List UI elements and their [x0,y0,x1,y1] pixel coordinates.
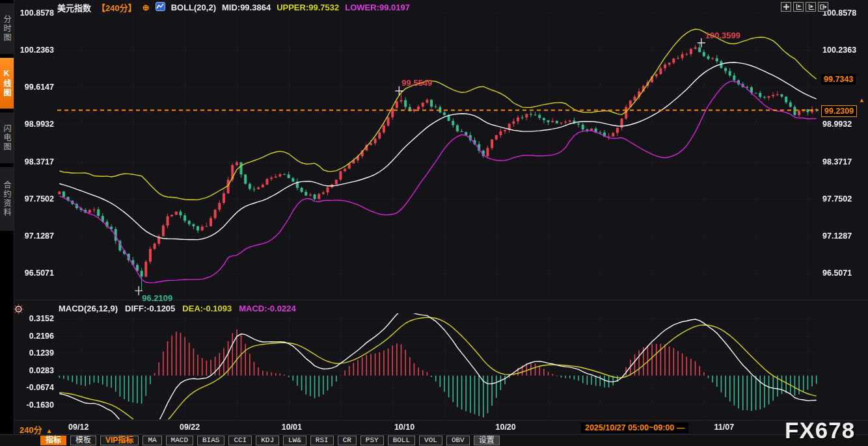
x-axis-date: 11/07 [714,423,735,432]
macd-y-axis-label: 0.2196 [16,332,54,341]
symbol-title: 美元指数 [57,1,91,14]
toolbar-button-macd[interactable]: MACD [166,436,193,445]
main-y-axis-label: 99.6147 [16,83,54,92]
main-right-axis-label: 98.3717 [822,157,852,166]
x-axis-date: 10/10 [394,423,414,432]
price-annotation: 96.2109 [142,293,172,303]
price-up-arrow-icon: ▲ [859,97,865,103]
macd-dea-value: DEA:-0.1093 [182,304,232,313]
boll-mid-value: MID:99.3864 [222,3,271,12]
window-controls [781,2,828,12]
toolbar-button-kdj[interactable]: KDJ [256,436,279,445]
chart-canvas[interactable] [0,0,868,446]
watermark: FX678 [785,417,855,443]
boll-lower-value: LOWER:99.0197 [345,3,410,12]
main-right-axis-label: 97.7502 [822,194,852,203]
main-right-axis-label: 97.1287 [822,231,852,241]
main-y-axis-label: 98.9932 [16,120,54,129]
period-tag: 【240分】 [97,1,137,14]
macd-macd-value: MACD:-0.0224 [239,304,295,313]
date-tooltip: 2025/10/27 05:00~09:00 — [581,423,688,433]
macd-y-axis-label: -0.0674 [16,383,54,392]
price-annotation: 99.5549 [401,78,432,88]
macd-y-axis-label: 0.1239 [16,348,54,358]
toolbar-button-ma[interactable]: MA [142,436,161,445]
toolbar-button-indicator[interactable]: 指标 [40,436,66,445]
trading-terminal: { "header": { "symbol": "美元指数", "period_… [0,0,868,446]
main-right-axis-label: 96.5071 [822,269,852,278]
macd-header: MACD(26,12,9) DIFF:-0.1205 DEA:-0.1093 M… [59,304,296,313]
main-y-axis-label: 98.3717 [16,157,54,166]
sidebar: 分时图K线图闪电图合约资料 [0,0,14,434]
toolbar-button-vip-indicator[interactable]: VIP指标 [100,436,139,445]
exit-chart-icon[interactable] [818,2,828,12]
axis-play-right-icon[interactable] [806,2,816,12]
axis-pan-left-icon[interactable] [793,2,804,12]
boll-label: BOLL(20,2) [171,3,216,12]
x-axis-date: 10/20 [495,423,515,432]
current-price-tag: 99.2309 [821,105,857,117]
price-annotation: 100.3599 [705,31,740,40]
toolbar-button-settings[interactable]: 设置 [474,436,500,445]
upper-band-price-tag: 99.7343 [821,74,856,85]
main-y-axis-label: 97.1287 [16,231,54,241]
move-tool-icon[interactable] [781,2,791,12]
x-axis-date: 09/12 [68,423,88,432]
toolbar-button-boll[interactable]: BOLL [388,436,415,445]
boll-upper-value: UPPER:99.7532 [277,3,339,12]
kline-settings-icon[interactable] [156,2,165,13]
indicator-toolbar: 指标模板VIP指标MAMACDBIASCCIKDJLW&RSICRPSYBOLL… [0,434,868,446]
macd-name: MACD(26,12,9) [59,304,118,313]
toolbar-button-cci[interactable]: CCI [228,436,252,445]
toolbar-button-cr[interactable]: CR [338,436,357,445]
sidebar-tab-flash-chart[interactable]: 闪电图 [0,112,14,163]
toolbar-button-lwr[interactable]: LW& [283,436,306,445]
x-axis-date: 09/22 [180,423,200,432]
period-arrow-icon: ▲ [46,427,53,434]
x-axis-date: 10/01 [282,423,302,432]
toolbar-button-psy[interactable]: PSY [360,436,384,445]
main-right-axis-label: 98.9932 [822,120,852,129]
main-y-axis-label: 100.8578 [16,8,54,18]
add-indicator-icon[interactable]: ⊕ [142,3,150,12]
toolbar-button-rsi[interactable]: RSI [310,436,334,445]
axis-divider [14,420,868,421]
main-y-axis-label: 96.5071 [16,269,54,278]
macd-diff-value: DIFF:-0.1205 [125,304,175,313]
main-y-axis-label: 100.2363 [16,46,54,55]
chart-header: 美元指数 【240分】 ⊕ BOLL(20,2) MID:99.3864 UPP… [57,2,410,13]
toolbar-button-obv[interactable]: OBV [446,436,470,445]
toolbar-button-bias[interactable]: BIAS [197,436,224,445]
toolbar-button-vol[interactable]: VOL [419,436,442,445]
main-y-axis-label: 97.7502 [16,194,54,203]
sidebar-tab-kline-chart[interactable]: K线图 [0,58,14,109]
sidebar-tab-time-chart[interactable]: 分时图 [0,3,14,54]
macd-y-axis-label: 0.0283 [16,366,54,375]
flash-alert-icon[interactable] [13,304,24,317]
sidebar-tab-contract-info[interactable]: 合约资料 [0,167,14,231]
macd-y-axis-label: -0.1630 [16,400,54,410]
main-right-axis-label: 100.2363 [822,46,856,55]
toolbar-button-template[interactable]: 模板 [70,436,96,445]
